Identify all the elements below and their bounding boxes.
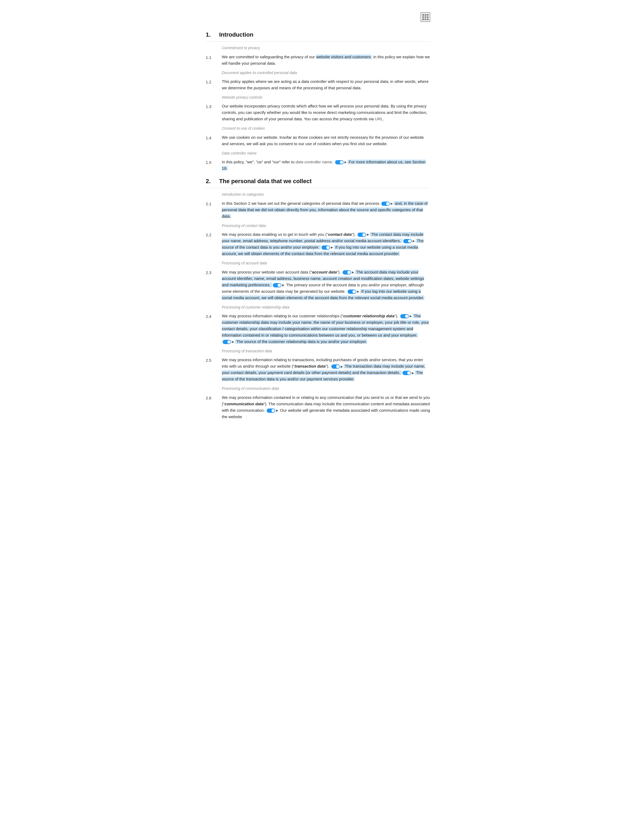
- subsection-1.3: 1.3Our website incorporates privacy cont…: [206, 103, 430, 122]
- toggle-switch[interactable]: ▶: [343, 270, 354, 275]
- bold-italic-term: customer relationship data: [343, 314, 394, 318]
- subsection-number: 2.5: [206, 357, 216, 382]
- subsection-italic-heading: Processing of transaction data: [222, 348, 430, 354]
- subsection-content: This policy applies where we are acting …: [222, 78, 430, 91]
- section-title: Introduction: [219, 30, 253, 39]
- subsection-italic-heading: Processing of contact data: [222, 223, 430, 229]
- subsection-italic-heading: Website privacy controls: [222, 95, 430, 100]
- subsection-1.5: 1.5In this policy, "we", "us" and "our" …: [206, 159, 430, 172]
- toggle-switch[interactable]: ▶: [273, 283, 284, 288]
- highlighted-text: If you log into our website using a soci…: [222, 289, 424, 300]
- subsection-content: We may process data enabling us to get i…: [222, 231, 430, 257]
- section-number: 1.: [206, 30, 214, 39]
- subsection-italic-heading: Consent to use of cookies: [222, 125, 430, 131]
- subsection-2.5: 2.5We may process information relating t…: [206, 357, 430, 382]
- subsection-content: We may process information relating to o…: [222, 313, 430, 345]
- toggle-switch[interactable]: ▶: [357, 232, 369, 237]
- subsection-content: We use cookies on our website. Insofar a…: [222, 134, 430, 147]
- section-heading-2: 2.The personal data that we collect: [206, 177, 430, 188]
- highlighted-text: website visitors and customers: [316, 55, 371, 59]
- subsection-content: In this policy, "we", "us" and "our" ref…: [222, 159, 430, 172]
- toggle-switch[interactable]: ▶: [348, 289, 359, 294]
- page-header: [206, 11, 430, 22]
- subsection-content: Our website incorporates privacy control…: [222, 103, 430, 122]
- subsection-1.1: 1.1We are committed to safeguarding the …: [206, 54, 430, 66]
- section-2: 2.The personal data that we collectIntro…: [206, 177, 430, 420]
- subsection-italic-heading: Commitment to privacy: [222, 45, 430, 51]
- subsection-2.2: 2.2We may process data enabling us to ge…: [206, 231, 430, 257]
- subsection-2.4: 2.4We may process information relating t…: [206, 313, 430, 345]
- toggle-switch[interactable]: ▶: [267, 408, 278, 413]
- subsection-number: 2.1: [206, 200, 216, 219]
- section-heading-1: 1.Introduction: [206, 30, 430, 42]
- subsection-number: 2.4: [206, 313, 216, 345]
- table-of-contents-icon[interactable]: [420, 12, 430, 22]
- bold-italic-term: transaction data: [294, 364, 326, 368]
- subsection-italic-heading: Data controller name: [222, 150, 430, 156]
- toggle-switch[interactable]: ▶: [321, 245, 333, 250]
- subsection-italic-heading: Processing of account data: [222, 260, 430, 266]
- subsection-content: We may process information relating to t…: [222, 357, 430, 382]
- toggle-switch[interactable]: ▶: [381, 201, 393, 206]
- subsection-number: 1.1: [206, 54, 216, 66]
- toggle-switch[interactable]: ▶: [223, 339, 234, 344]
- section-1: 1.IntroductionCommitment to privacy1.1We…: [206, 30, 430, 172]
- subsection-italic-heading: Introduction to categories: [222, 191, 430, 197]
- subsection-number: 2.2: [206, 231, 216, 257]
- subsection-content: We are committed to safeguarding the pri…: [222, 54, 430, 66]
- bold-italic-term: account data: [312, 270, 337, 274]
- subsection-number: 1.4: [206, 134, 216, 147]
- subsection-italic-heading: Processing of customer relationship data: [222, 304, 430, 310]
- toggle-switch[interactable]: ▶: [403, 239, 415, 243]
- subsection-italic-heading: Document applies to controlled personal …: [222, 70, 430, 76]
- bold-italic-term: contact data: [328, 232, 352, 237]
- toggle-switch[interactable]: ▶: [331, 365, 343, 369]
- subsection-italic-heading: Processing of communication data: [222, 385, 430, 392]
- subsection-content: We may process information contained in …: [222, 394, 430, 420]
- section-number: 2.: [206, 177, 214, 186]
- bold-italic-term: communication data: [225, 401, 263, 406]
- subsection-content: In this Section 2 we have set out the ge…: [222, 200, 430, 219]
- subsection-2.3: 2.3We may process your website user acco…: [206, 269, 430, 301]
- section-title: The personal data that we collect: [219, 177, 312, 186]
- subsection-number: 1.5: [206, 159, 216, 172]
- sections-container: 1.IntroductionCommitment to privacy1.1We…: [206, 30, 430, 420]
- toggle-switch[interactable]: ▶: [400, 314, 412, 319]
- subsection-number: 2.3: [206, 269, 216, 301]
- italic-url-text: data controller name: [296, 159, 332, 164]
- highlighted-text: The contact data may include your name, …: [222, 232, 423, 243]
- subsection-number: 1.3: [206, 103, 216, 122]
- subsection-2.1: 2.1In this Section 2 we have set out the…: [206, 200, 430, 219]
- highlighted-text: and, in the case of personal data that w…: [222, 201, 428, 218]
- toggle-switch[interactable]: ▶: [403, 371, 414, 376]
- subsection-number: 1.2: [206, 78, 216, 91]
- highlighted-text: The source of the customer relationship …: [235, 339, 367, 344]
- subsection-1.4: 1.4We use cookies on our website. Insofa…: [206, 134, 430, 147]
- subsection-2.6: 2.6We may process information contained …: [206, 394, 430, 420]
- subsection-1.2: 1.2This policy applies where we are acti…: [206, 78, 430, 91]
- subsection-number: 2.6: [206, 394, 216, 420]
- subsection-content: We may process your website user account…: [222, 269, 430, 301]
- toggle-switch[interactable]: ▶: [335, 160, 346, 165]
- highlighted-text: The customer relationship data may inclu…: [222, 314, 429, 337]
- italic-url-text: URL: [375, 117, 383, 121]
